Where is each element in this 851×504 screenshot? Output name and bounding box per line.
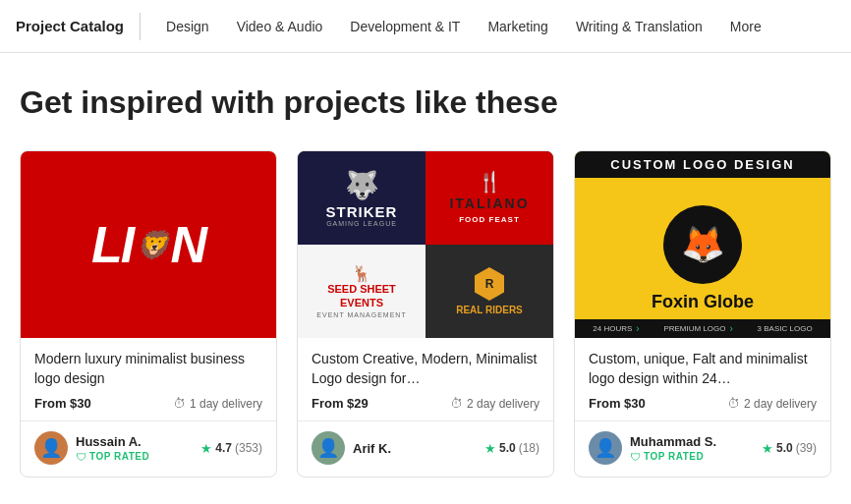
top-rated-label-3: TOP RATED (644, 451, 704, 462)
nav-item-marketing[interactable]: Marketing (474, 0, 561, 53)
card-3-image: CUSTOM LOGO DESIGN 🦊 Foxin Globe 24 HOUR… (575, 151, 830, 338)
card-1-title: Modern luxury minimalist business logo d… (34, 350, 262, 388)
custom-logo-banner: CUSTOM LOGO DESIGN (575, 151, 830, 178)
card-1-bg: LI 🦁 O N (21, 151, 276, 338)
nav-divider (140, 13, 141, 40)
shield-icon: 🛡 (76, 451, 86, 463)
seller-name-2: Arif K. (353, 441, 477, 456)
card-1-body: Modern luxury minimalist business logo d… (21, 338, 276, 476)
brand-logo[interactable]: Project Catalog (16, 18, 140, 34)
card-1-divider (21, 420, 276, 421)
card-2-divider (298, 420, 553, 421)
card-3-rating: ★ 5.0 (39) (762, 441, 817, 456)
bar-item-premium: PREMIUM LOGO › (663, 323, 732, 334)
nav-item-video[interactable]: Video & Audio (223, 0, 337, 53)
top-rated-badge-1: 🛡 TOP RATED (76, 451, 193, 463)
card-1-image: LI 🦁 O N (21, 151, 276, 338)
card-1-price-row: From $30 ⏱ 1 day delivery (34, 396, 262, 411)
card-2-delivery: ⏱ 2 day delivery (450, 396, 539, 411)
card-2-body: Custom Creative, Modern, Minimalist Logo… (298, 338, 553, 476)
collage-italiano: 🍴 ITALIANO FOOD FEAST (426, 151, 553, 245)
navigation: Project Catalog Design Video & Audio Dev… (0, 0, 851, 53)
card-1-seller: 👤 Hussain A. 🛡 TOP RATED ★ 4.7 (353) (34, 431, 262, 465)
card-3-price-row: From $30 ⏱ 2 day delivery (589, 396, 817, 411)
fork-icon: 🍴 (478, 170, 502, 194)
bar-arrow-2: › (730, 323, 733, 334)
lion-logo: LI 🦁 O N (91, 215, 205, 274)
card-bottom-bar: 24 HOURS › PREMIUM LOGO › 3 BASIC LOGO (575, 319, 830, 338)
card-2-image: 🐺 STRIKER GAMING LEAGUE 🍴 ITALIANO FOOD … (298, 151, 553, 338)
card-3-delivery: ⏱ 2 day delivery (727, 396, 817, 411)
clock-icon-2: ⏱ (450, 396, 463, 411)
card-2-price-row: From $29 ⏱ 2 day delivery (312, 396, 539, 411)
card-3-bg: CUSTOM LOGO DESIGN 🦊 Foxin Globe 24 HOUR… (575, 151, 830, 338)
project-card-2[interactable]: 🐺 STRIKER GAMING LEAGUE 🍴 ITALIANO FOOD … (297, 150, 554, 477)
card-1-rating: ★ 4.7 (353) (200, 441, 262, 456)
avatar-muhammad: 👤 (589, 431, 622, 465)
card-3-body: Custom, unique, Falt and minimalist logo… (575, 338, 830, 476)
rating-count-3: (39) (796, 441, 817, 455)
rating-count-1: (353) (235, 441, 262, 455)
rating-count-2: (18) (519, 441, 539, 455)
wolf-icon: 🐺 (345, 169, 379, 201)
striker-text: STRIKER (326, 203, 398, 220)
italiano-text: ITALIANO (449, 196, 529, 211)
project-card-3[interactable]: CUSTOM LOGO DESIGN 🦊 Foxin Globe 24 HOUR… (574, 150, 831, 477)
card-3-seller-info: Muhammad S. 🛡 TOP RATED (630, 434, 754, 463)
card-3-price: From $30 (589, 396, 646, 411)
rating-num-1: 4.7 (215, 441, 232, 455)
card-2-rating: ★ 5.0 (18) (484, 441, 539, 456)
card-1-delivery: ⏱ 1 day delivery (173, 396, 262, 411)
nav-item-design[interactable]: Design (152, 0, 223, 53)
fox-circle: 🦊 (663, 205, 742, 284)
shield-icon-3: 🛡 (630, 451, 641, 463)
project-card-1[interactable]: LI 🦁 O N Modern luxury minimalist busine… (20, 150, 277, 477)
shield-shape: R (475, 267, 504, 301)
real-riders-text: REAL RIDERS (456, 305, 523, 315)
nav-item-writing[interactable]: Writing & Translation (562, 0, 716, 53)
card-3-seller: 👤 Muhammad S. 🛡 TOP RATED ★ 5.0 (39) (589, 431, 817, 465)
seller-name-1: Hussain A. (76, 434, 193, 449)
seed-sheet-text: SEED SHEET EVENTS (306, 283, 418, 308)
card-1-price: From $30 (34, 396, 91, 411)
star-icon-2: ★ (484, 441, 496, 456)
foxin-globe-text: Foxin Globe (652, 292, 754, 312)
cards-grid: LI 🦁 O N Modern luxury minimalist busine… (0, 140, 851, 497)
clock-icon: ⏱ (173, 396, 186, 411)
food-feast-badge: FOOD FEAST (453, 213, 526, 226)
bar-item-basic: 3 BASIC LOGO (758, 323, 813, 334)
striker-sub: GAMING LEAGUE (326, 220, 397, 227)
collage-striker: 🐺 STRIKER GAMING LEAGUE (298, 151, 426, 245)
avatar-arif: 👤 (312, 431, 345, 465)
seller-name-3: Muhammad S. (630, 434, 754, 449)
card-2-collage: 🐺 STRIKER GAMING LEAGUE 🍴 ITALIANO FOOD … (298, 151, 553, 338)
nav-item-more[interactable]: More (716, 0, 775, 53)
card-1-seller-info: Hussain A. 🛡 TOP RATED (76, 434, 193, 463)
top-rated-badge-3: 🛡 TOP RATED (630, 451, 754, 463)
card-2-title: Custom Creative, Modern, Minimalist Logo… (312, 350, 539, 388)
star-icon-3: ★ (762, 441, 773, 456)
avatar-hussain: 👤 (34, 431, 68, 465)
rating-num-3: 5.0 (776, 441, 793, 455)
event-mgmt-text: EVENT MANAGEMENT (316, 311, 406, 318)
hero-heading: Get inspired with projects like these (20, 84, 831, 121)
clock-icon-3: ⏱ (727, 396, 740, 411)
nav-menu: Design Video & Audio Development & IT Ma… (152, 0, 775, 53)
star-icon-1: ★ (200, 441, 212, 456)
collage-top: 🐺 STRIKER GAMING LEAGUE 🍴 ITALIANO FOOD … (298, 151, 553, 245)
bar-arrow-1: › (636, 323, 639, 334)
top-rated-label-1: TOP RATED (89, 451, 149, 462)
card-2-seller: 👤 Arif K. ★ 5.0 (18) (312, 431, 539, 465)
card-3-title: Custom, unique, Falt and minimalist logo… (589, 350, 817, 388)
hero-section: Get inspired with projects like these (0, 53, 851, 140)
card-3-divider (575, 420, 830, 421)
collage-real-riders: R REAL RIDERS (426, 245, 553, 338)
card-2-price: From $29 (312, 396, 369, 411)
nav-item-dev[interactable]: Development & IT (336, 0, 474, 53)
collage-seed-sheet: 🦌 SEED SHEET EVENTS EVENT MANAGEMENT (298, 245, 426, 338)
bar-item-hours: 24 HOURS › (593, 323, 639, 334)
card-2-seller-info: Arif K. (353, 441, 477, 456)
rating-num-2: 5.0 (499, 441, 516, 455)
